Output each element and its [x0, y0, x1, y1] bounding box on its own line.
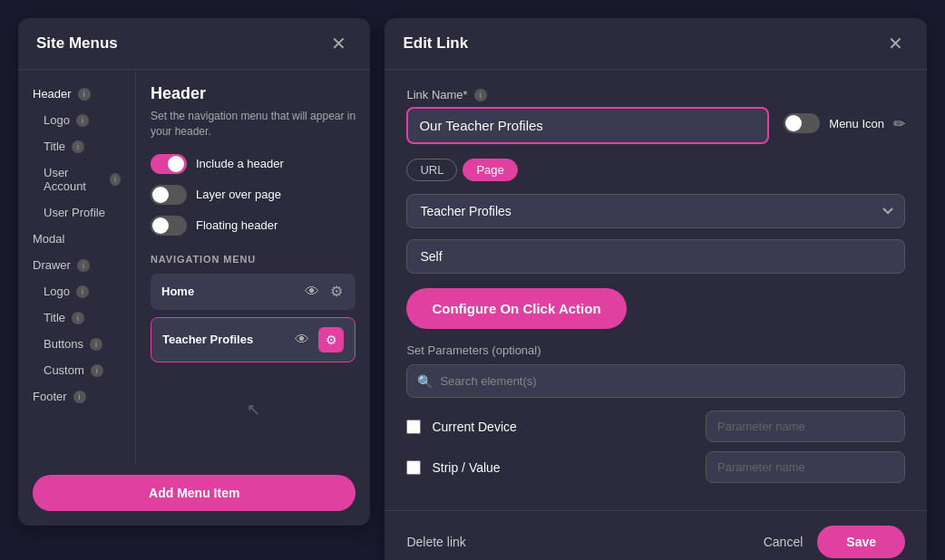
strip-value-param-input[interactable]: [706, 451, 905, 483]
current-device-checkbox[interactable]: [406, 420, 421, 434]
sidebar-item-logo[interactable]: Logo i: [18, 107, 135, 133]
cursor-indicator: ↖: [151, 370, 356, 449]
sidebar-item-label: Title: [44, 140, 65, 153]
info-dot-title: i: [72, 140, 84, 153]
sidebar-item-label: Header: [33, 87, 72, 101]
sidebar-item-drawer[interactable]: Drawer i: [18, 252, 135, 278]
nav-item-teacher-profiles-visibility-button[interactable]: 👁: [293, 331, 311, 349]
sidebar-item-custom[interactable]: Custom i: [18, 357, 135, 383]
link-name-input[interactable]: [408, 109, 767, 142]
self-input[interactable]: [406, 239, 905, 274]
include-header-toggle-row: Include a header: [151, 154, 356, 174]
site-menus-close-button[interactable]: ✕: [326, 33, 352, 54]
content-description: Set the navigation menu that will appear…: [151, 109, 356, 140]
delete-link-button[interactable]: Delete link: [406, 535, 465, 549]
info-dot-drawer-logo: i: [76, 285, 89, 298]
edit-link-panel: Edit Link ✕ Link Name* i Menu Icon ✏: [385, 18, 927, 560]
nav-menu-label: NAVIGATION MENU: [151, 254, 356, 265]
menu-icon-section: Menu Icon ✏: [784, 88, 905, 133]
nav-item-teacher-profiles-settings-button[interactable]: ⚙: [318, 327, 344, 352]
set-params-label: Set Parameters (optional): [406, 343, 905, 357]
nav-item-home-visibility-button[interactable]: 👁: [303, 283, 321, 301]
cancel-button[interactable]: Cancel: [764, 535, 804, 549]
sidebar-item-label: Buttons: [44, 337, 83, 351]
sidebar-item-buttons[interactable]: Buttons i: [18, 331, 135, 357]
edit-link-header: Edit Link ✕: [385, 18, 927, 70]
strip-value-label: Strip / Value: [432, 460, 695, 475]
sidebar-item-drawer-logo[interactable]: Logo i: [18, 278, 135, 304]
nav-item-home[interactable]: Home 👁 ⚙: [151, 274, 356, 310]
floating-header-toggle[interactable]: [151, 216, 187, 236]
sidebar-item-label: Drawer: [33, 258, 71, 272]
current-device-param-input[interactable]: [706, 410, 905, 442]
current-device-label: Current Device: [432, 420, 695, 434]
sidebar-item-title[interactable]: Title i: [18, 133, 135, 159]
edit-link-title: Edit Link: [403, 34, 468, 53]
layer-over-page-toggle[interactable]: [151, 185, 187, 205]
sidebar-item-label: User Account: [44, 166, 103, 193]
sidebar-item-label: Logo: [44, 113, 70, 127]
sidebar-item-drawer-title[interactable]: Title i: [18, 304, 135, 331]
search-elements-input[interactable]: [406, 364, 905, 398]
search-params-wrapper: 🔍: [406, 364, 905, 398]
layer-over-page-label: Layer over page: [196, 188, 281, 201]
tab-url[interactable]: URL: [406, 159, 457, 181]
sidebar-item-label: Title: [44, 311, 65, 324]
link-name-input-wrapper: [406, 107, 769, 144]
edit-link-close-button[interactable]: ✕: [882, 33, 909, 54]
site-menus-header: Site Menus ✕: [18, 18, 370, 70]
tab-page[interactable]: Page: [463, 159, 517, 181]
header-settings-content: Header Set the navigation menu that will…: [136, 70, 370, 464]
current-device-row: Current Device: [406, 410, 905, 442]
strip-value-row: Strip / Value: [406, 451, 905, 483]
sidebar-item-header[interactable]: Header i: [18, 81, 135, 107]
site-menus-body: Header i Logo i Title i User Account i U…: [18, 70, 370, 464]
nav-item-home-settings-button[interactable]: ⚙: [328, 283, 345, 301]
floating-header-toggle-row: Floating header: [151, 216, 356, 236]
edit-link-body: Link Name* i Menu Icon ✏ URL Page: [385, 70, 927, 510]
strip-value-checkbox[interactable]: [406, 460, 421, 475]
sidebar-item-label: Custom: [44, 363, 84, 377]
link-name-row: Link Name* i Menu Icon ✏: [406, 88, 905, 144]
floating-header-label: Floating header: [196, 218, 278, 232]
sidebar-item-label: User Profile: [44, 206, 105, 219]
include-header-toggle[interactable]: [151, 154, 187, 174]
menu-icon-label: Menu Icon: [829, 117, 884, 130]
edit-icon-button[interactable]: ✏: [893, 115, 905, 132]
layer-over-page-toggle-row: Layer over page: [151, 185, 356, 205]
sidebar-item-label: Logo: [44, 285, 70, 298]
search-icon: 🔍: [417, 374, 433, 389]
nav-item-teacher-profiles-label: Teacher Profiles: [162, 333, 253, 346]
include-header-label: Include a header: [196, 157, 284, 170]
link-name-info-dot: i: [474, 89, 487, 101]
sidebar-item-label: Footer: [33, 390, 67, 403]
sidebar-item-label: Modal: [33, 232, 64, 246]
info-dot-drawer: i: [77, 259, 90, 272]
nav-item-teacher-profiles[interactable]: Teacher Profiles 👁 ⚙: [151, 317, 356, 362]
edit-link-footer: Delete link Cancel Save: [385, 510, 927, 560]
info-dot-drawer-title: i: [72, 312, 84, 324]
info-dot-buttons: i: [90, 338, 102, 351]
link-name-label: Link Name* i: [406, 88, 769, 101]
nav-item-home-actions: 👁 ⚙: [303, 283, 345, 301]
url-page-tabs: URL Page: [406, 159, 905, 181]
sidebar-item-footer[interactable]: Footer i: [18, 383, 135, 410]
page-dropdown[interactable]: Teacher Profiles: [406, 194, 905, 228]
sidebar-item-modal[interactable]: Modal: [18, 226, 135, 252]
info-dot-footer: i: [73, 391, 86, 403]
sidebar-item-user-account[interactable]: User Account i: [18, 159, 135, 199]
nav-item-teacher-profiles-actions: 👁 ⚙: [293, 327, 344, 352]
menu-icon-toggle[interactable]: [784, 113, 820, 133]
info-dot-user-account: i: [110, 173, 121, 186]
site-menus-title: Site Menus: [36, 34, 118, 53]
configure-on-click-button[interactable]: Configure On Click Action: [406, 288, 626, 329]
content-title: Header: [151, 84, 356, 103]
site-menus-panel: Site Menus ✕ Header i Logo i Title i: [18, 18, 370, 526]
save-button[interactable]: Save: [817, 526, 905, 558]
nav-item-home-label: Home: [161, 285, 194, 298]
add-menu-item-button[interactable]: Add Menu Item: [33, 475, 356, 511]
info-dot-logo: i: [76, 114, 89, 127]
sidebar-item-user-profile[interactable]: User Profile: [18, 199, 135, 226]
link-name-section: Link Name* i: [406, 88, 769, 144]
site-menus-sidebar: Header i Logo i Title i User Account i U…: [18, 70, 136, 464]
